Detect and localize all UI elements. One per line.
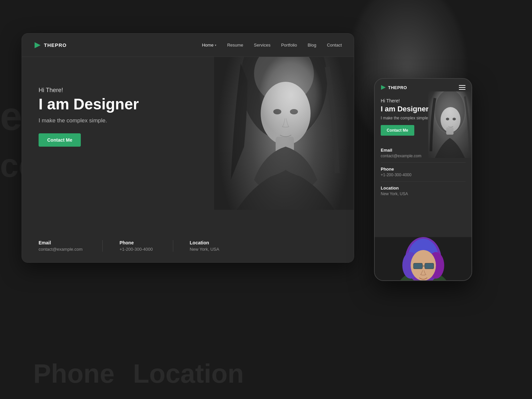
footer-location-value: New York, USA: [190, 247, 219, 252]
mobile-hero-portrait: [428, 91, 471, 158]
footer-email-value: contact@example.com: [39, 247, 82, 252]
svg-rect-24: [425, 263, 434, 269]
desktop-hero-title: I am Designer: [39, 96, 139, 113]
mobile-contact-button[interactable]: Contact Me: [381, 125, 414, 136]
home-dropdown-arrow: ▾: [215, 44, 216, 47]
mobile-phone-value: +1-200-300-4000: [381, 173, 466, 177]
mobile-phone-label: Phone: [381, 167, 466, 172]
footer-phone-value: +1-200-300-4000: [119, 247, 153, 252]
footer-phone: Phone +1-200-300-4000: [102, 240, 173, 252]
hero-portrait: [214, 57, 354, 210]
desktop-contact-button[interactable]: Contact Me: [39, 133, 81, 147]
mobile-location-label: Location: [381, 186, 466, 191]
nav-link-contact[interactable]: Contact: [327, 43, 342, 48]
footer-location-label: Location: [190, 240, 219, 245]
mobile-phone-item: Phone +1-200-300-4000: [381, 163, 466, 182]
svg-rect-10: [446, 127, 454, 135]
mobile-bottom-portrait: [375, 237, 471, 280]
mobile-location-value: New York, USA: [381, 192, 466, 196]
svg-point-5: [273, 109, 281, 114]
nav-link-home[interactable]: Home ▾: [202, 43, 216, 48]
desktop-nav-links: Home ▾ Resume Services Portfolio Blog Co…: [202, 43, 342, 48]
bg-text-phone: Phone: [33, 358, 114, 389]
mobile-hero-subtitle: I make the complex simple.: [381, 116, 434, 120]
svg-point-12: [453, 118, 456, 120]
desktop-mockup: THEPRO Home ▾ Resume Services Portfolio …: [22, 33, 354, 263]
footer-email: Email contact@example.com: [39, 240, 102, 252]
svg-point-11: [446, 118, 449, 120]
nav-link-portfolio[interactable]: Portfolio: [281, 43, 297, 48]
hamburger-menu-button[interactable]: [459, 85, 466, 90]
desktop-navbar: THEPRO Home ▾ Resume Services Portfolio …: [22, 34, 354, 57]
footer-location: Location New York, USA: [173, 240, 239, 252]
svg-rect-23: [414, 263, 422, 269]
desktop-nav-logo: THEPRO: [34, 42, 67, 49]
svg-point-6: [290, 109, 298, 114]
hero-content: Hi There! I am Designer I make the compl…: [39, 87, 139, 147]
svg-marker-7: [381, 85, 386, 90]
bg-text-location: Location: [133, 358, 244, 389]
svg-point-3: [261, 82, 311, 145]
desktop-hero: Hi There! I am Designer I make the compl…: [22, 57, 354, 210]
footer-email-label: Email: [39, 240, 82, 245]
mobile-mockup: THEPRO Hi There! I am Design: [374, 78, 472, 281]
hamburger-line-3: [459, 89, 466, 90]
nav-link-services[interactable]: Services: [254, 43, 271, 48]
desktop-hero-greeting: Hi There!: [39, 87, 139, 94]
hamburger-line-2: [459, 87, 466, 88]
desktop-footer-info: Email contact@example.com Phone +1-200-3…: [22, 229, 354, 262]
thepro-logo-icon: [34, 42, 41, 49]
mobile-logo-icon: [381, 85, 386, 90]
nav-link-resume[interactable]: Resume: [227, 43, 243, 48]
mobile-brand-name: THEPRO: [388, 85, 407, 90]
svg-marker-0: [35, 42, 41, 48]
mobile-bottom-face: [375, 237, 471, 280]
hamburger-line-1: [459, 85, 466, 86]
desktop-brand-name: THEPRO: [44, 42, 67, 48]
desktop-hero-subtitle: I make the complex simple.: [39, 117, 139, 124]
footer-phone-label: Phone: [119, 240, 153, 245]
mobile-hero: Hi There! I am Designer I make the compl…: [375, 95, 471, 140]
nav-link-blog[interactable]: Blog: [308, 43, 316, 48]
mobile-location-item: Location New York, USA: [381, 182, 466, 200]
mobile-nav-logo: THEPRO: [381, 85, 407, 90]
